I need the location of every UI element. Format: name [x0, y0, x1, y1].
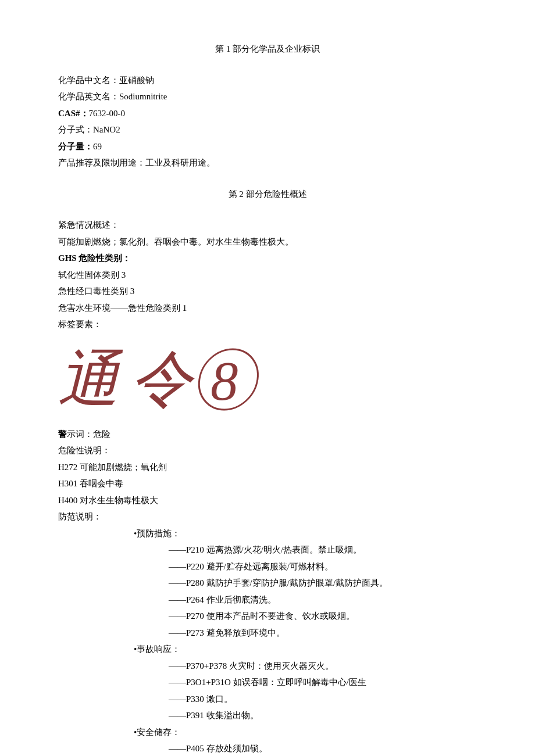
emergency-text: 可能加剧燃烧；氯化剂。吞咽会中毒。对水生生物毒性极大。 — [58, 234, 477, 250]
use-value: 工业及科研用途。 — [145, 158, 215, 167]
name-en-label: 化学品英文名： — [58, 92, 119, 101]
formula-value: NaNO2 — [93, 125, 120, 134]
p220: ——P220 避开/贮存处远离服装/可燃材料。 — [58, 558, 477, 575]
label-elements: 标签要素： — [58, 316, 477, 333]
mw-value: 69 — [93, 142, 102, 151]
pictogram-char-2: 令 — [131, 345, 195, 413]
pictogram-circled-8: 8 — [195, 349, 262, 412]
signal-word-line: 警示词：危险 — [58, 426, 477, 443]
ghs-label: GHS 危险性类别： — [58, 250, 477, 267]
mw-label: 分子量： — [58, 142, 93, 151]
prevention-header: •预防措施： — [58, 525, 477, 542]
name-cn-line: 化学品中文名：亚硝酸钠 — [58, 72, 477, 89]
formula-line: 分子式：NaNO2 — [58, 121, 477, 138]
p273: ——P273 避免释放到环境中。 — [58, 625, 477, 642]
signal-word-bold: 警 — [58, 429, 67, 439]
name-cn-label: 化学品中文名： — [58, 76, 119, 85]
mw-line: 分子量：69 — [58, 138, 477, 155]
emergency-label: 紧急情况概述： — [58, 217, 477, 234]
signal-word-rest: 示词：危险 — [67, 429, 110, 439]
ghs-cat-1: 轼化性固体类别 3 — [58, 267, 477, 284]
pictogram-char-1: 通 — [58, 345, 123, 413]
ghs-cat-3: 危害水生环境——急性危险类别 1 — [58, 300, 477, 317]
p391: ——P391 收集溢出物。 — [58, 707, 477, 724]
cas-label: CAS#： — [58, 109, 89, 118]
use-label: 产品推荐及限制用途： — [58, 158, 145, 167]
formula-label: 分子式： — [58, 125, 93, 134]
p264: ——P264 作业后彻底清洗。 — [58, 592, 477, 608]
pictogram-char-3: 8 — [211, 350, 238, 412]
p270: ——P270 使用本产品时不要进食、饮水或吸烟。 — [58, 608, 477, 625]
use-line: 产品推荐及限制用途：工业及科研用途。 — [58, 155, 477, 171]
p301-310: ——P3O1+P31O 如误吞咽：立即呼叫解毒中心/医生 — [58, 674, 477, 691]
section-2-title: 第 2 部分危险性概述 — [58, 186, 477, 203]
section-1-title: 第 1 部分化学品及企业标识 — [58, 41, 477, 58]
name-cn-value: 亚硝酸钠 — [119, 76, 154, 85]
h400: H400 对水生生物毒性极大 — [58, 492, 477, 509]
h301: H301 吞咽会中毒 — [58, 475, 477, 492]
pictogram-svg: 通 令 8 — [58, 342, 268, 417]
ghs-cat-2: 急性经口毒性类别 3 — [58, 283, 477, 300]
p405: ——P405 存放处须加锁。 — [58, 740, 477, 756]
p280: ——P280 戴防护手套/穿防护服/戴防护眼罩/戴防护面具。 — [58, 575, 477, 592]
p370-378: ——P370+P378 火灾时：使用灭火器灭火。 — [58, 658, 477, 675]
name-en-line: 化学品英文名：Sodiumnitrite — [58, 88, 477, 105]
p330: ——P330 漱口。 — [58, 691, 477, 708]
response-header: •事故响应： — [58, 641, 477, 658]
hazard-label: 危险性说明： — [58, 442, 477, 459]
precaution-label: 防范说明： — [58, 508, 477, 525]
pictogram-image: 通 令 8 — [58, 342, 477, 417]
cas-line: CAS#：7632-00-0 — [58, 105, 477, 122]
h272: H272 可能加剧燃烧；氧化剂 — [58, 459, 477, 476]
storage-header: •安全储存： — [58, 724, 477, 741]
cas-value: 7632-00-0 — [89, 109, 126, 118]
name-en-value: Sodiumnitrite — [119, 92, 167, 101]
p210: ——P210 远离热源/火花/明火/热表面。禁止吸烟。 — [58, 542, 477, 558]
